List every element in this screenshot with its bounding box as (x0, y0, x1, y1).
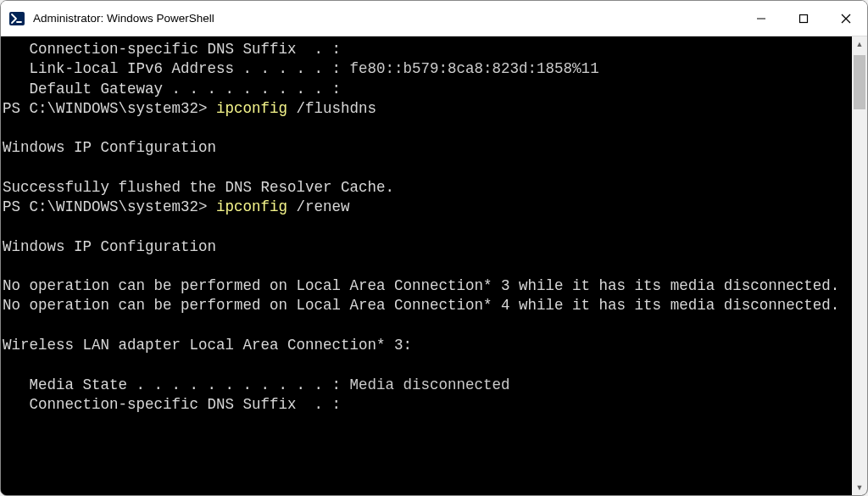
svg-rect-3 (800, 14, 808, 22)
scroll-thumb[interactable] (854, 55, 865, 109)
window-title: Administrator: Windows PowerShell (33, 12, 740, 25)
scroll-down-arrow-icon[interactable]: ▼ (852, 480, 867, 495)
maximize-button[interactable] (782, 1, 825, 36)
close-button[interactable] (825, 1, 867, 36)
window-controls (740, 1, 867, 36)
powershell-window: Administrator: Windows PowerShell Connec… (0, 0, 868, 496)
scrollbar[interactable]: ▲ ▼ (852, 36, 867, 495)
terminal-output[interactable]: Connection-specific DNS Suffix . : Link-… (1, 36, 852, 495)
powershell-icon (9, 11, 25, 26)
minimize-button[interactable] (740, 1, 782, 36)
scroll-up-arrow-icon[interactable]: ▲ (852, 36, 867, 52)
titlebar[interactable]: Administrator: Windows PowerShell (1, 1, 867, 36)
terminal-area: Connection-specific DNS Suffix . : Link-… (1, 36, 867, 495)
